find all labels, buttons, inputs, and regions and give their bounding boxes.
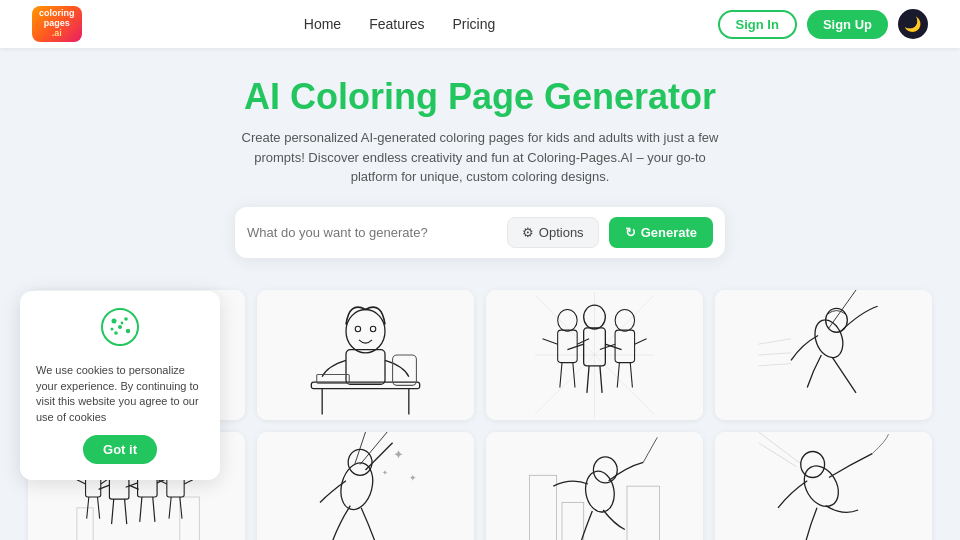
gallery-item[interactable] — [257, 290, 474, 420]
svg-point-107 — [118, 325, 122, 329]
svg-rect-97 — [759, 432, 889, 541]
generate-button[interactable]: ↻ Generate — [609, 217, 713, 248]
search-container: ⚙ Options ↻ Generate — [235, 207, 725, 258]
gallery-item[interactable] — [486, 290, 703, 420]
dark-mode-toggle[interactable]: 🌙 — [898, 9, 928, 39]
gallery-image — [715, 432, 932, 541]
page-title: AI Coloring Page Generator — [20, 76, 940, 118]
moon-icon: 🌙 — [904, 16, 921, 32]
options-button[interactable]: ⚙ Options — [507, 217, 599, 248]
generate-label: Generate — [641, 225, 697, 240]
options-label: Options — [539, 225, 584, 240]
gallery-image — [486, 432, 703, 541]
navbar: coloring pages .ai Home Features Pricing… — [0, 0, 960, 48]
cookie-text: We use cookies to personalize your exper… — [36, 363, 204, 425]
svg-point-104 — [124, 318, 128, 322]
svg-point-109 — [111, 328, 114, 331]
nav-features[interactable]: Features — [369, 16, 424, 32]
svg-point-108 — [121, 322, 124, 325]
hero-subtitle: Create personalized AI-generated colorin… — [240, 128, 720, 187]
gallery-image — [486, 290, 703, 420]
hero-section: AI Coloring Page Generator Create person… — [0, 48, 960, 274]
refresh-icon: ↻ — [625, 225, 636, 240]
navbar-actions: Sign In Sign Up 🌙 — [718, 9, 928, 39]
cookie-accept-button[interactable]: Got it — [83, 435, 157, 464]
svg-point-103 — [112, 319, 117, 324]
svg-point-106 — [114, 332, 118, 336]
gallery-image — [715, 290, 932, 420]
svg-text:✦: ✦ — [382, 469, 388, 476]
signin-button[interactable]: Sign In — [718, 10, 797, 39]
cookie-banner: We use cookies to personalize your exper… — [20, 291, 220, 480]
gallery-image — [257, 290, 474, 420]
logo: coloring pages .ai — [32, 6, 82, 42]
svg-text:✦: ✦ — [393, 447, 404, 462]
gallery-image: ✦ ✦ ✦ — [257, 432, 474, 541]
gallery-item[interactable] — [715, 432, 932, 541]
cookie-icon — [36, 307, 204, 355]
nav-pricing[interactable]: Pricing — [452, 16, 495, 32]
logo-badge: coloring pages .ai — [32, 6, 82, 42]
gallery-item[interactable]: ✦ ✦ ✦ — [257, 432, 474, 541]
svg-point-105 — [126, 329, 130, 333]
gallery-item[interactable] — [715, 290, 932, 420]
signup-button[interactable]: Sign Up — [807, 10, 888, 39]
nav-links: Home Features Pricing — [304, 16, 495, 32]
svg-rect-83 — [301, 432, 431, 541]
svg-text:✦: ✦ — [409, 472, 417, 482]
gear-icon: ⚙ — [522, 225, 534, 240]
nav-home[interactable]: Home — [304, 16, 341, 32]
gallery-item[interactable] — [486, 432, 703, 541]
search-input[interactable] — [247, 225, 497, 240]
